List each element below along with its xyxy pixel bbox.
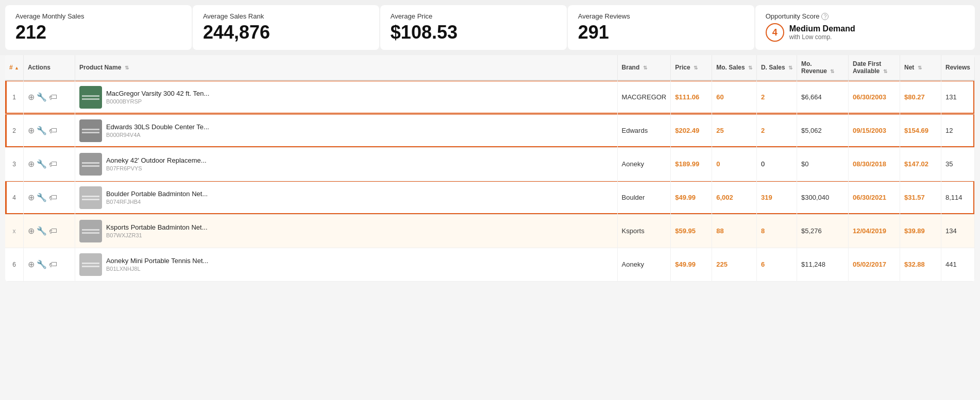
cell-brand: Boulder: [617, 181, 671, 214]
stat-label-reviews: Average Reviews: [578, 12, 744, 20]
edit-button[interactable]: 🔧: [37, 259, 47, 269]
svg-rect-10: [82, 196, 99, 197]
opportunity-label: Opportunity Score ?: [766, 12, 965, 20]
cell-morev: $5,062: [797, 114, 848, 147]
cell-price: $202.49: [671, 114, 712, 147]
cell-datefirst: 06/30/2003: [848, 80, 900, 114]
product-name: Ksports Portable Badminton Net...: [106, 223, 208, 231]
tag-button[interactable]: 🏷: [49, 160, 57, 169]
svg-rect-12: [79, 220, 102, 242]
cell-net: $154.69: [900, 114, 941, 147]
product-thumbnail: [79, 253, 102, 276]
th-product: Product Name ⇅: [75, 55, 617, 80]
cell-dsales: 0: [756, 147, 797, 181]
cell-product: Aoneky 42' Outdoor Replaceme... B07FR6PV…: [75, 147, 617, 181]
th-net: Net ⇅: [900, 55, 941, 80]
cell-morev: $5,276: [797, 214, 848, 248]
svg-rect-2: [82, 98, 99, 100]
cell-mosales: 60: [712, 80, 757, 114]
table-row: 2 ⊕ 🔧 🏷 Edwards 30LS Double Center Te...…: [5, 114, 975, 147]
edit-button[interactable]: 🔧: [37, 126, 47, 135]
cell-net: $147.02: [900, 147, 941, 181]
tag-button[interactable]: 🏷: [49, 260, 57, 269]
add-button[interactable]: ⊕: [28, 159, 35, 169]
edit-button[interactable]: 🔧: [37, 92, 47, 102]
table-container: # ▲ Actions Product Name ⇅ Brand ⇅ Price…: [5, 55, 975, 282]
cell-morev: $300,040: [797, 181, 848, 214]
cell-dsales: 8: [756, 214, 797, 248]
cell-morev: $11,248: [797, 248, 848, 281]
cell-actions: ⊕ 🔧 🏷: [23, 248, 75, 281]
cell-product: Aoneky Mini Portable Tennis Net... B01LX…: [75, 248, 617, 281]
svg-rect-17: [82, 266, 99, 267]
add-button[interactable]: ⊕: [28, 92, 35, 102]
sort-icon-net: ⇅: [918, 65, 922, 71]
product-name: Aoneky Mini Portable Tennis Net...: [106, 257, 208, 265]
cell-brand: Ksports: [617, 214, 671, 248]
svg-rect-0: [79, 86, 102, 109]
edit-button[interactable]: 🔧: [37, 159, 47, 169]
svg-rect-1: [82, 95, 99, 97]
svg-rect-4: [82, 129, 99, 130]
tag-button[interactable]: 🏷: [49, 193, 57, 202]
th-mosales: Mo. Sales ⇅: [712, 55, 757, 80]
cell-product: MacGregor Varsity 300 42 ft. Ten... B000…: [75, 80, 617, 114]
edit-button[interactable]: 🔧: [37, 226, 47, 236]
cell-product: Boulder Portable Badminton Net... B074RF…: [75, 181, 617, 214]
tag-button[interactable]: 🏷: [49, 93, 57, 102]
sort-icon-datefirst: ⇅: [883, 68, 887, 74]
product-asin: B000R94V4A: [106, 132, 209, 138]
stat-value-sales-rank: 244,876: [203, 22, 369, 43]
th-num: # ▲: [5, 55, 23, 80]
stat-value-monthly-sales: 212: [15, 22, 181, 43]
table-row: 3 ⊕ 🔧 🏷 Aoneky 42' Outdoor Replaceme... …: [5, 147, 975, 181]
cell-mosales: 0: [712, 147, 757, 181]
th-morev: Mo.Revenue ⇅: [797, 55, 848, 80]
product-info: Boulder Portable Badminton Net... B074RF…: [106, 190, 208, 205]
cell-brand: Aoneky: [617, 248, 671, 281]
tag-button[interactable]: 🏷: [49, 227, 57, 236]
edit-button[interactable]: 🔧: [37, 193, 47, 202]
cell-reviews: 8,114: [941, 181, 974, 214]
cell-dsales: 2: [756, 80, 797, 114]
cell-price: $189.99: [671, 147, 712, 181]
cell-dsales: 6: [756, 248, 797, 281]
tag-button[interactable]: 🏷: [49, 126, 57, 135]
cell-actions: ⊕ 🔧 🏷: [23, 80, 75, 114]
sort-icon-mosales: ⇅: [748, 65, 752, 71]
add-button[interactable]: ⊕: [28, 126, 35, 135]
sort-icon-brand: ⇅: [643, 65, 647, 71]
cell-mosales: 225: [712, 248, 757, 281]
add-button[interactable]: ⊕: [28, 193, 35, 202]
sort-up-icon: ▲: [14, 65, 19, 71]
cell-morev: $6,664: [797, 80, 848, 114]
sort-icon-price: ⇅: [694, 65, 698, 71]
cell-actions: ⊕ 🔧 🏷: [23, 114, 75, 147]
add-button[interactable]: ⊕: [28, 226, 35, 236]
stat-card-sales-rank: Average Sales Rank 244,876: [193, 5, 379, 50]
table-row: 4 ⊕ 🔧 🏷 Boulder Portable Badminton Net..…: [5, 181, 975, 214]
cell-brand: Aoneky: [617, 147, 671, 181]
product-thumbnail: [79, 186, 102, 209]
cell-datefirst: 06/30/2021: [848, 181, 900, 214]
cell-reviews: 131: [941, 80, 974, 114]
product-thumbnail: [79, 119, 102, 142]
cell-mosales: 88: [712, 214, 757, 248]
stat-card-price: Average Price $108.53: [380, 5, 567, 50]
cell-product: Edwards 30LS Double Center Te... B000R94…: [75, 114, 617, 147]
cell-datefirst: 05/02/2017: [848, 248, 900, 281]
stat-card-reviews: Average Reviews 291: [568, 5, 754, 50]
th-reviews: Reviews: [941, 55, 974, 80]
opportunity-text: Medium Demand with Low comp.: [789, 24, 855, 41]
product-asin: B074RFJHB4: [106, 199, 208, 205]
opportunity-main: Medium Demand: [789, 24, 855, 33]
product-info: MacGregor Varsity 300 42 ft. Ten... B000…: [106, 90, 209, 105]
cell-net: $32.88: [900, 248, 941, 281]
help-icon[interactable]: ?: [821, 13, 829, 20]
th-dsales: D. Sales ⇅: [756, 55, 797, 80]
product-thumbnail: [79, 153, 102, 176]
add-button[interactable]: ⊕: [28, 259, 35, 269]
product-name: Aoneky 42' Outdoor Replaceme...: [106, 156, 207, 164]
cell-num: 1: [5, 80, 23, 114]
stat-card-monthly-sales: Average Monthly Sales 212: [5, 5, 192, 50]
